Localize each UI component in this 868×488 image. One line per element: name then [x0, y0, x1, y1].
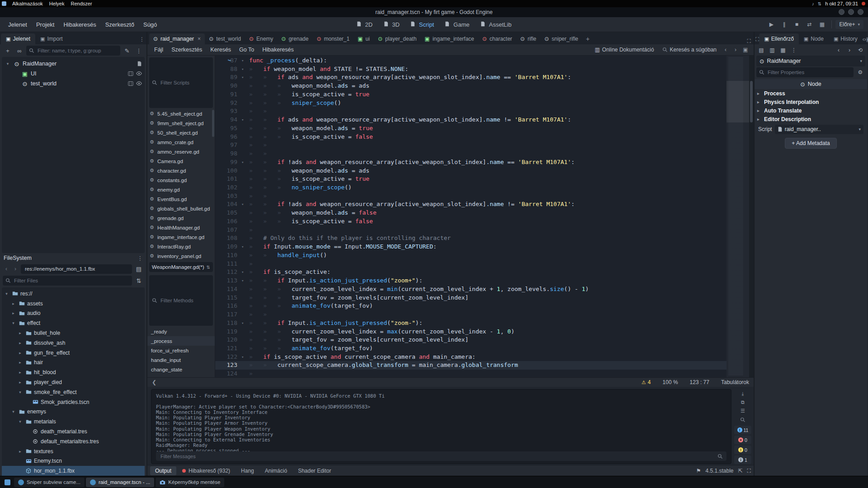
line-number[interactable]: 103	[215, 192, 241, 201]
scrollbar-thumb[interactable]	[750, 81, 753, 122]
line-number[interactable]: 104	[215, 200, 241, 209]
vertical-scrollbar[interactable]	[749, 56, 754, 377]
fold-arrow-icon[interactable]: ▾	[241, 56, 249, 65]
right-dock-tab-ellenőrző[interactable]: ▣Ellenőrző	[759, 33, 798, 44]
remote-debug-icon[interactable]: ⇄	[803, 19, 815, 30]
expand-arrow-icon[interactable]: ▸	[17, 360, 23, 365]
expand-arrow-icon[interactable]: ▾	[17, 390, 23, 394]
minimap-viewport[interactable]	[726, 81, 749, 122]
filesystem-row[interactable]: Enemy.tscn	[2, 456, 145, 466]
scroll-to-bottom-icon[interactable]: ⤓	[738, 390, 748, 397]
fold-arrow-icon[interactable]: ▾	[241, 268, 249, 277]
menu-súgó[interactable]: Súgó	[139, 19, 161, 30]
line-number[interactable]: 124	[215, 370, 241, 377]
file-sort-icon[interactable]: ⇅	[134, 276, 144, 286]
eye-icon[interactable]	[136, 71, 142, 76]
mode-game[interactable]: Game	[440, 19, 474, 30]
line-number[interactable]: 88	[215, 65, 241, 74]
scene-tree-row[interactable]: ▣UI	[2, 69, 145, 79]
property-filter-input[interactable]	[767, 69, 851, 75]
expand-arrow-icon[interactable]: ▾	[5, 61, 11, 66]
scene-tab-grenade[interactable]: ⊙grenade	[277, 33, 312, 44]
fold-arrow-icon[interactable]: ▾	[241, 319, 249, 328]
bottom-tab-output[interactable]: Output	[150, 466, 176, 475]
code-line[interactable]: 104▾»»if !ads and weapon_resource_array[…	[215, 200, 726, 209]
script-item[interactable]: ⚙ingame_interface.gd	[147, 232, 215, 242]
expand-arrow-icon[interactable]: ▸	[17, 370, 23, 375]
taskbar-item[interactable]: Képernyőkép mentése	[156, 478, 224, 487]
code-line[interactable]: 115»»»target_fov = zoom_levels[current_z…	[215, 294, 726, 302]
code-line[interactable]: 124»	[215, 370, 726, 377]
line-number[interactable]: 92	[215, 99, 241, 108]
nav-back-icon[interactable]: ‹	[3, 266, 10, 272]
scene-tab-monster_1[interactable]: ⊙monster_1	[312, 33, 354, 44]
clock[interactable]: h okt 27, 09:31	[825, 1, 858, 6]
expand-tabs-icon[interactable]: ⛶	[747, 38, 754, 44]
line-number[interactable]: 116	[215, 302, 241, 310]
update-flag-icon[interactable]: ⚑	[696, 468, 701, 474]
menu-projekt[interactable]: Projekt	[32, 19, 59, 30]
expand-arrow-icon[interactable]: ▸	[17, 331, 23, 335]
line-number[interactable]: 96	[215, 133, 241, 141]
copy-log-icon[interactable]: ⧉	[738, 399, 748, 406]
message-filter[interactable]	[156, 451, 726, 461]
filesystem-row[interactable]: default_metarialtres.tres	[2, 436, 145, 446]
code-line[interactable]: ↪87▾func _process(_delta):	[215, 56, 726, 65]
expand-arrow-icon[interactable]: ▾	[17, 419, 23, 424]
line-number[interactable]: 110	[215, 251, 241, 260]
method-item[interactable]: _on_add_weapon	[147, 374, 215, 377]
movie-mode-icon[interactable]: ▦	[816, 19, 828, 30]
mode-2d[interactable]: 2D	[352, 19, 377, 30]
filesystem-row[interactable]: ▸assets	[2, 299, 145, 309]
filesystem-row[interactable]: ▸player_died	[2, 377, 145, 387]
code-line[interactable]: 120»»»target_fov = zoom_levels[current_z…	[215, 336, 726, 344]
expand-arrow-icon[interactable]: ▾	[10, 409, 16, 414]
notification-dot-icon[interactable]	[862, 2, 865, 5]
left-dock-options-icon[interactable]: ⋮	[137, 34, 146, 44]
fold-arrow-icon[interactable]: ▾	[241, 116, 249, 124]
script-property-value[interactable]: raid_manager.. ▾	[775, 125, 863, 134]
search-log-icon[interactable]	[738, 416, 748, 423]
dock-layout-icon[interactable]: ▣	[866, 34, 868, 44]
scene-tree-row[interactable]: ⊙test_world	[2, 79, 145, 89]
warnings-counter[interactable]: ⚠ 4	[642, 379, 651, 385]
code-line[interactable]: 95»»»weapon_model.ads = true	[215, 124, 726, 133]
bottom-tab-hibakereső[interactable]: Hibakereső (932)	[177, 466, 235, 475]
pin-panel-icon[interactable]: ⇱	[738, 468, 743, 474]
play-button[interactable]: ▶	[765, 19, 777, 30]
filesystem-row[interactable]: ▾enemys	[2, 407, 145, 417]
expand-arrow-icon[interactable]: ▸	[17, 351, 23, 355]
line-number[interactable]: 91	[215, 90, 241, 99]
code-line[interactable]: 111»	[215, 260, 726, 268]
line-number[interactable]: 100	[215, 167, 241, 175]
file-filter[interactable]	[3, 276, 132, 286]
code-line[interactable]: 117»»	[215, 310, 726, 319]
script-menu-hibakeresés[interactable]: Hibakeresés	[258, 45, 297, 54]
script-item[interactable]: ⚙Camera.gd	[147, 156, 215, 166]
inspector-category-physics-interpolation[interactable]: ▸Physics Interpolation	[755, 98, 867, 106]
system-menu-rendszer[interactable]: Rendszer	[67, 0, 95, 7]
line-number[interactable]: 123	[215, 361, 241, 370]
script-menu-szerkesztés[interactable]: Szerkesztés	[167, 45, 206, 54]
fold-arrow-icon[interactable]: ▾	[241, 158, 249, 167]
code-line[interactable]: 91»»»is_scope_active = true	[215, 90, 726, 99]
instance-scene-button[interactable]: ∞	[14, 46, 24, 56]
line-number[interactable]: 114	[215, 285, 241, 294]
add-node-button[interactable]: +	[3, 46, 13, 56]
filesystem-options-icon[interactable]: ⋮	[137, 255, 143, 262]
expand-arrow-icon[interactable]: ▸	[17, 341, 23, 345]
indent-type[interactable]: Tabulátorok	[721, 379, 749, 385]
code-line[interactable]: 88▾»if weapon_model and STATE != STATES.…	[215, 65, 726, 74]
taskbar-item[interactable]: Sniper subview came...	[14, 478, 85, 487]
line-number[interactable]: 90	[215, 82, 241, 90]
attach-script-button[interactable]: ✎	[122, 46, 132, 56]
scene-tab-raid_manager[interactable]: ⊙raid_manager×	[149, 33, 205, 44]
float-window-icon[interactable]: ▣	[741, 45, 750, 55]
caret-position[interactable]: 123 : 77	[690, 379, 709, 385]
method-item[interactable]: _ready	[147, 327, 215, 336]
scene-tree-row[interactable]: ▾⊙RaidManager	[2, 59, 145, 69]
code-line[interactable]: 112▾»if is_scope_active:	[215, 268, 726, 277]
expand-arrow-icon[interactable]: ▾	[4, 291, 9, 296]
code-line[interactable]: 122▾»if is_scope_active and current_scop…	[215, 353, 726, 361]
online-docs-button[interactable]: ▥ Online Dokumentáció	[591, 45, 658, 54]
